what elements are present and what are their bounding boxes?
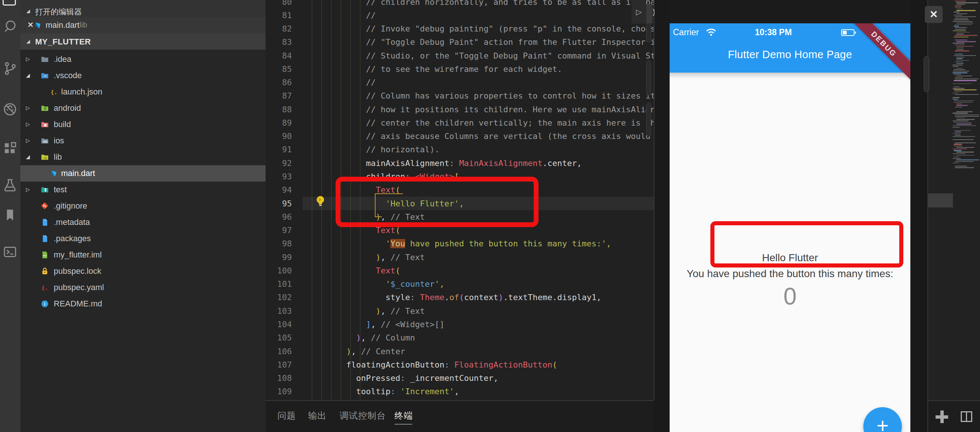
code-line-81[interactable]: 81 // xyxy=(266,8,654,22)
tree-item-label: my_flutter.iml xyxy=(54,250,102,260)
panel-corner xyxy=(928,400,980,432)
tree-item--idea[interactable]: ▷.idea xyxy=(21,51,266,67)
tree-item--vscode[interactable]: ◢.vscode xyxy=(21,67,266,84)
scrollbar-thumb[interactable] xyxy=(924,56,929,92)
tree-item-label: .idea xyxy=(54,54,72,64)
code-editor[interactable]: 80 // children horizontally, and tries t… xyxy=(266,0,654,400)
open-editors-section: ◢ 打开的编辑器 ✕ main.dart lib xyxy=(21,0,266,33)
code-line-109[interactable]: 109 tooltip: 'Increment', xyxy=(266,384,654,398)
code-line-107[interactable]: 107 floatingActionButton: FloatingAction… xyxy=(266,358,654,371)
chevron-right-icon: ▷ xyxy=(26,56,30,62)
tree-item-label: android xyxy=(54,104,81,113)
tree-item-readme-md[interactable]: iREADME.md xyxy=(21,296,266,312)
new-terminal-plus-icon[interactable] xyxy=(935,411,948,423)
split-editor-icon[interactable] xyxy=(961,411,972,422)
code-line-86[interactable]: 86 // xyxy=(266,76,654,89)
code-line-92[interactable]: 92 mainAxisAlignment: MainAxisAlignment.… xyxy=(266,156,654,170)
test-flask-icon[interactable] xyxy=(2,177,18,193)
open-editor-filename: main.dart xyxy=(46,21,80,30)
tree-item-build[interactable]: ▷build xyxy=(21,116,266,132)
push-count-text: You have pushed the button this many tim… xyxy=(670,268,910,280)
tree-item-ios[interactable]: ▷iOSios xyxy=(21,132,266,149)
tree-item-label: pubspec.yaml xyxy=(54,283,104,292)
chevron-down-icon: ◢ xyxy=(26,72,30,78)
bookmark-icon[interactable] xyxy=(2,207,18,223)
overview-ruler-mark xyxy=(646,103,651,136)
chevron-right-icon: ▷ xyxy=(26,121,30,127)
code-line-101[interactable]: 101 '$_counter', xyxy=(266,277,654,291)
debug-disabled-icon[interactable] xyxy=(2,101,18,118)
tree-item-label: README.md xyxy=(54,299,102,309)
code-line-89[interactable]: 89 // center the children vertically; th… xyxy=(266,116,654,130)
code-line-90[interactable]: 90 // axis because Columns are vertical … xyxy=(266,129,654,143)
fab-increment-button[interactable]: + xyxy=(863,407,902,432)
code-line-83[interactable]: 83 // "Toggle Debug Paint" action from t… xyxy=(266,35,654,49)
extensions-icon[interactable] xyxy=(2,140,18,156)
chevron-right-icon: ▷ xyxy=(26,137,30,143)
code-line-84[interactable]: 84 // Studio, or the "Toggle Debug Paint… xyxy=(266,49,654,63)
folder-build-icon xyxy=(41,120,49,129)
chevron-expanded-icon: ◢ xyxy=(26,8,30,14)
source-control-icon[interactable] xyxy=(2,61,18,77)
code-line-98[interactable]: 98 'You have pushed the button this many… xyxy=(266,237,654,250)
expand-panel-button[interactable]: ▷ xyxy=(632,0,646,24)
tree-item-launch-json[interactable]: {..}launch.json xyxy=(21,84,266,100)
tree-item-pubspec-yaml[interactable]: {..}pubspec.yaml xyxy=(21,279,266,296)
panel-tab-active[interactable]: 终端 xyxy=(395,410,413,422)
code-line-99[interactable]: 99 ), // Text xyxy=(266,250,654,264)
close-button[interactable]: ✕ xyxy=(925,6,943,23)
tree-item-label: .packages xyxy=(54,234,91,244)
tree-item-android[interactable]: ▷android xyxy=(21,100,266,116)
svg-text:<>: <> xyxy=(43,254,47,258)
tree-item-label: .vscode xyxy=(54,71,82,80)
code-line-108[interactable]: 108 onPressed: _incrementCounter, xyxy=(266,371,654,385)
panel-tab-[interactable]: 问题 xyxy=(277,410,296,422)
code-line-82[interactable]: 82 // Invoke "debug painting" (press "p"… xyxy=(266,22,654,35)
panel-tab-[interactable]: 输出 xyxy=(308,410,327,422)
code-line-91[interactable]: 91 // horizontal). xyxy=(266,143,654,156)
tree-item--gitignore[interactable]: .gitignore xyxy=(21,198,266,214)
tree-item--metadata[interactable]: .metadata xyxy=(21,214,266,230)
tree-item-pubspec-lock[interactable]: pubspec.lock xyxy=(21,263,266,279)
tree-item-label: build xyxy=(54,120,71,129)
search-icon[interactable] xyxy=(2,18,18,34)
tree-item--packages[interactable]: .packages xyxy=(21,230,266,247)
minimap-strip xyxy=(928,0,980,432)
tree-item-lib[interactable]: ◢lib xyxy=(21,149,266,165)
code-line-104[interactable]: 104 ], // <Widget>[] xyxy=(266,317,654,331)
explorer-icon[interactable] xyxy=(3,0,16,6)
file-tree: ▷.idea◢.vscode{..}launch.json▷android▷bu… xyxy=(21,51,266,312)
code-line-87[interactable]: 87 // Column has various properties to c… xyxy=(266,89,654,103)
tree-item-main-dart[interactable]: main.dart xyxy=(21,165,266,182)
close-editor-icon[interactable]: ✕ xyxy=(27,21,34,29)
open-editor-detail: lib xyxy=(80,21,87,29)
svg-text:{..}: {..} xyxy=(41,285,49,291)
code-line-102[interactable]: 102 style: Theme.of(context).textTheme.d… xyxy=(266,290,654,304)
overview-ruler-mark xyxy=(646,23,651,43)
code-line-100[interactable]: 100 Text( xyxy=(266,264,654,277)
lightbulb-icon[interactable] xyxy=(315,195,326,207)
dart-icon xyxy=(34,21,42,29)
git-icon xyxy=(41,202,49,210)
code-line-105[interactable]: 105 ), // Column xyxy=(266,331,654,344)
panel-tab-[interactable]: 调试控制台 xyxy=(340,410,386,422)
tree-item-label: pubspec.lock xyxy=(54,266,101,276)
code-line-88[interactable]: 88 // how it positions its children. Her… xyxy=(266,103,654,116)
overview-ruler-mark xyxy=(646,61,651,96)
tree-item-label: .metadata xyxy=(54,217,90,227)
project-name-label: MY_FLUTTER xyxy=(35,37,91,47)
tree-item-test[interactable]: ▷test xyxy=(21,182,266,198)
minimap[interactable] xyxy=(953,1,980,169)
svg-text:iOS: iOS xyxy=(43,140,48,143)
project-header[interactable]: ◢ MY_FLUTTER xyxy=(21,33,266,49)
code-line-103[interactable]: 103 ), // Text xyxy=(266,304,654,318)
terminal-icon[interactable] xyxy=(2,244,18,260)
open-editor-main-dart[interactable]: ✕ main.dart lib xyxy=(21,17,266,33)
code-line-85[interactable]: 85 // to see the wireframe for each widg… xyxy=(266,62,654,76)
tree-item-my-flutter-iml[interactable]: <>my_flutter.iml xyxy=(21,247,266,263)
code-line-106[interactable]: 106 ), // Center xyxy=(266,344,654,358)
code-line-80[interactable]: 80 // children horizontally, and tries t… xyxy=(266,0,654,9)
tree-item-label: main.dart xyxy=(61,169,95,178)
minimap-slider[interactable] xyxy=(928,193,953,207)
tree-item-label: ios xyxy=(54,136,64,146)
